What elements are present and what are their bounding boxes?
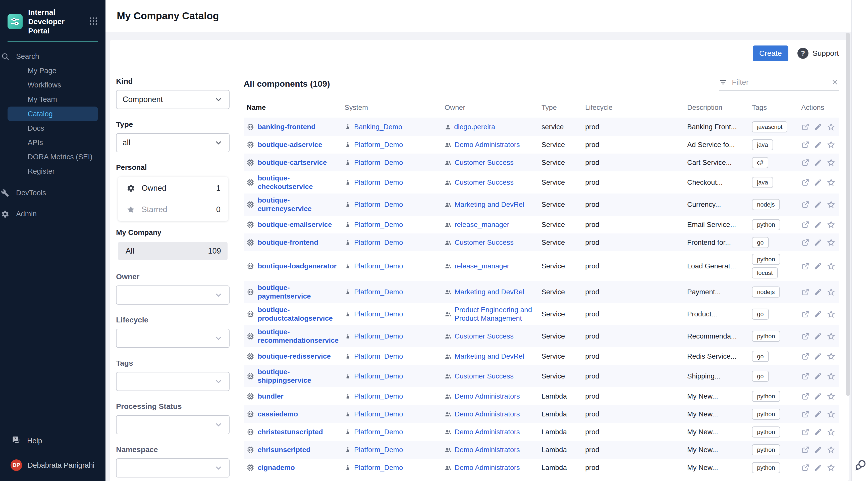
star-outline-icon[interactable]	[826, 122, 836, 132]
system-link[interactable]: Platform_Demo	[354, 310, 403, 319]
system-link[interactable]: Platform_Demo	[354, 262, 403, 270]
owned-filter-row[interactable]: Owned 1	[118, 178, 228, 199]
component-link[interactable]: cassiedemo	[258, 410, 298, 418]
sidebar-item-workflows[interactable]: Workflows	[0, 78, 105, 92]
column-header-tags[interactable]: Tags	[752, 103, 801, 112]
table-row[interactable]: boutique-cartservice Platform_Demo Custo…	[244, 154, 839, 171]
sidebar-item-devtools[interactable]: DevTools	[0, 186, 105, 200]
open-in-new-icon[interactable]	[801, 463, 810, 472]
component-link[interactable]: boutique-currencyservice	[258, 196, 340, 213]
component-link[interactable]: boutique-productcatalogservice	[258, 306, 340, 323]
system-link[interactable]: Platform_Demo	[354, 158, 403, 167]
apps-grid-icon[interactable]	[88, 16, 98, 27]
sidebar-item-register[interactable]: Register	[0, 164, 105, 178]
system-link[interactable]: Platform_Demo	[354, 238, 403, 247]
open-in-new-icon[interactable]	[801, 178, 810, 187]
sidebar-item-search[interactable]: Search	[0, 49, 105, 64]
star-outline-icon[interactable]	[826, 140, 836, 150]
type-select[interactable]: all	[116, 133, 229, 152]
owner-link[interactable]: Marketing and DevRel	[455, 352, 524, 361]
table-row[interactable]: boutique-recommendationservice Platform_…	[244, 325, 839, 347]
system-link[interactable]: Platform_Demo	[354, 200, 403, 209]
owner-link[interactable]: Demo Administrators	[455, 463, 520, 472]
table-row[interactable]: bundler Platform_Demo Demo Administrator…	[244, 387, 839, 405]
table-row[interactable]: boutique-redisservice Platform_Demo Mark…	[244, 347, 839, 365]
star-outline-icon[interactable]	[826, 220, 836, 230]
owner-link[interactable]: Marketing and DevRel	[455, 200, 524, 209]
star-outline-icon[interactable]	[826, 178, 836, 187]
open-in-new-icon[interactable]	[801, 123, 810, 131]
sidebar-item-dora-metrics[interactable]: DORA Metrics (SEI)	[0, 150, 105, 164]
column-header-name[interactable]: Name	[247, 103, 345, 112]
edit-pencil-icon[interactable]	[814, 178, 822, 187]
open-in-new-icon[interactable]	[801, 158, 810, 167]
vertical-scrollbar[interactable]	[846, 33, 850, 396]
system-link[interactable]: Platform_Demo	[354, 428, 403, 436]
system-link[interactable]: Platform_Demo	[354, 392, 403, 400]
table-row[interactable]: boutique-currencyservice Platform_Demo M…	[244, 193, 839, 216]
table-row[interactable]: chrisunscripted Platform_Demo Demo Admin…	[244, 441, 839, 459]
owner-link[interactable]: Customer Success	[455, 238, 514, 247]
table-row[interactable]: banking-frontend Banking_Demo diego.pere…	[244, 118, 839, 136]
starred-filter-row[interactable]: Starred 0	[118, 199, 228, 220]
owner-link[interactable]: diego.pereira	[454, 123, 495, 131]
create-button[interactable]: Create	[753, 46, 788, 61]
system-link[interactable]: Platform_Demo	[354, 372, 403, 381]
star-outline-icon[interactable]	[826, 158, 836, 168]
open-in-new-icon[interactable]	[801, 392, 810, 400]
lifecycle-select[interactable]	[116, 329, 229, 348]
chat-bubbles-icon[interactable]	[855, 459, 867, 472]
edit-pencil-icon[interactable]	[814, 141, 822, 149]
edit-pencil-icon[interactable]	[814, 238, 822, 247]
user-row[interactable]: DP Debabrata Panigrahi	[0, 459, 105, 481]
clear-filter-icon[interactable]	[831, 78, 839, 86]
edit-pencil-icon[interactable]	[814, 158, 822, 167]
namespace-select[interactable]	[116, 458, 229, 478]
component-link[interactable]: boutique-redisservice	[258, 352, 331, 361]
edit-pencil-icon[interactable]	[814, 410, 822, 418]
component-link[interactable]: banking-frontend	[258, 123, 315, 131]
system-link[interactable]: Platform_Demo	[354, 332, 403, 340]
all-filter-row[interactable]: All 109	[118, 242, 227, 260]
owner-link[interactable]: Demo Administrators	[455, 428, 520, 436]
component-link[interactable]: boutique-cartservice	[258, 158, 327, 167]
open-in-new-icon[interactable]	[801, 410, 810, 418]
sidebar-item-my-page[interactable]: My Page	[0, 64, 105, 78]
sidebar-item-help[interactable]: Help	[0, 435, 105, 459]
column-header-lifecycle[interactable]: Lifecycle	[585, 103, 687, 112]
component-link[interactable]: boutique-emailservice	[258, 220, 332, 229]
column-header-type[interactable]: Type	[541, 103, 585, 112]
sidebar-item-catalog[interactable]: Catalog	[7, 107, 98, 121]
star-outline-icon[interactable]	[826, 445, 836, 455]
star-outline-icon[interactable]	[826, 261, 836, 271]
component-link[interactable]: boutique-recommendationservice	[258, 328, 340, 345]
component-link[interactable]: boutique-paymentservice	[258, 283, 340, 301]
edit-pencil-icon[interactable]	[814, 352, 822, 361]
star-outline-icon[interactable]	[826, 410, 836, 419]
component-link[interactable]: boutique-checkoutservice	[258, 174, 340, 191]
kind-select[interactable]: Component	[116, 90, 229, 109]
owner-link[interactable]: release_manager	[455, 220, 509, 229]
owner-link[interactable]: Demo Administrators	[455, 141, 520, 149]
component-link[interactable]: boutique-shippingservice	[258, 368, 340, 385]
sidebar-item-my-team[interactable]: My Team	[0, 92, 105, 107]
owner-link[interactable]: Customer Success	[455, 178, 514, 187]
owner-link[interactable]: Customer Success	[455, 158, 514, 167]
component-link[interactable]: chrisunscripted	[258, 446, 310, 454]
system-link[interactable]: Banking_Demo	[354, 123, 402, 131]
edit-pencil-icon[interactable]	[814, 123, 822, 131]
star-outline-icon[interactable]	[826, 392, 836, 401]
edit-pencil-icon[interactable]	[814, 446, 822, 454]
column-header-system[interactable]: System	[345, 103, 444, 112]
open-in-new-icon[interactable]	[801, 332, 810, 340]
system-link[interactable]: Platform_Demo	[354, 220, 403, 229]
support-button[interactable]: ? Support	[798, 48, 839, 59]
sidebar-item-docs[interactable]: Docs	[0, 121, 105, 136]
edit-pencil-icon[interactable]	[814, 310, 822, 319]
component-link[interactable]: cignademo	[258, 463, 295, 472]
edit-pencil-icon[interactable]	[814, 288, 822, 296]
table-row[interactable]: boutique-shippingservice Platform_Demo C…	[244, 365, 839, 387]
open-in-new-icon[interactable]	[801, 220, 810, 229]
open-in-new-icon[interactable]	[801, 446, 810, 454]
edit-pencil-icon[interactable]	[814, 392, 822, 400]
